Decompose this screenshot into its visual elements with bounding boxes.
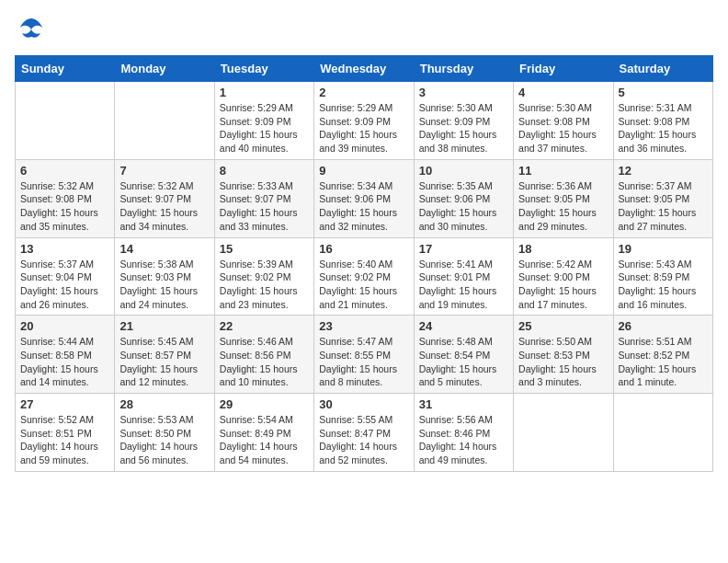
- calendar-cell: 6Sunrise: 5:32 AM Sunset: 9:08 PM Daylig…: [16, 159, 115, 237]
- day-number: 14: [119, 242, 209, 256]
- calendar-cell: 25Sunrise: 5:50 AM Sunset: 8:53 PM Dayli…: [514, 316, 613, 394]
- day-number: 2: [319, 86, 408, 99]
- day-number: 24: [419, 319, 508, 333]
- page-header: [15, 15, 713, 46]
- day-info: Sunrise: 5:44 AM Sunset: 8:58 PM Dayligh…: [20, 335, 109, 389]
- day-info: Sunrise: 5:32 AM Sunset: 9:07 PM Dayligh…: [119, 179, 209, 234]
- day-info: Sunrise: 5:40 AM Sunset: 9:02 PM Dayligh…: [319, 258, 408, 312]
- day-number: 7: [119, 164, 209, 178]
- day-number: 20: [20, 319, 109, 333]
- calendar-cell: 2Sunrise: 5:29 AM Sunset: 9:09 PM Daylig…: [314, 82, 414, 160]
- calendar-cell: 22Sunrise: 5:46 AM Sunset: 8:56 PM Dayli…: [214, 316, 313, 394]
- day-info: Sunrise: 5:51 AM Sunset: 8:52 PM Dayligh…: [619, 335, 708, 389]
- calendar-cell: 10Sunrise: 5:35 AM Sunset: 9:06 PM Dayli…: [414, 159, 513, 237]
- day-number: 16: [319, 242, 408, 256]
- day-number: 8: [220, 164, 309, 178]
- calendar-week-row: 1Sunrise: 5:29 AM Sunset: 9:09 PM Daylig…: [16, 82, 713, 160]
- day-number: 29: [220, 397, 309, 411]
- calendar-cell: 5Sunrise: 5:31 AM Sunset: 9:08 PM Daylig…: [613, 82, 712, 160]
- day-info: Sunrise: 5:41 AM Sunset: 9:01 PM Dayligh…: [419, 258, 508, 312]
- day-info: Sunrise: 5:55 AM Sunset: 8:47 PM Dayligh…: [319, 413, 408, 467]
- day-number: 4: [518, 86, 608, 99]
- day-info: Sunrise: 5:37 AM Sunset: 9:05 PM Dayligh…: [619, 179, 708, 234]
- calendar-cell: 1Sunrise: 5:29 AM Sunset: 9:09 PM Daylig…: [214, 82, 313, 160]
- day-number: 26: [619, 319, 708, 333]
- calendar-cell: 23Sunrise: 5:47 AM Sunset: 8:55 PM Dayli…: [314, 316, 414, 394]
- day-number: 1: [220, 86, 309, 99]
- calendar-cell: 8Sunrise: 5:33 AM Sunset: 9:07 PM Daylig…: [214, 159, 313, 237]
- calendar-cell: 21Sunrise: 5:45 AM Sunset: 8:57 PM Dayli…: [115, 316, 214, 394]
- calendar-cell: [115, 82, 214, 160]
- calendar-cell: 13Sunrise: 5:37 AM Sunset: 9:04 PM Dayli…: [16, 237, 115, 316]
- day-number: 3: [419, 86, 508, 99]
- calendar-cell: [613, 394, 712, 472]
- calendar-cell: 28Sunrise: 5:53 AM Sunset: 8:50 PM Dayli…: [115, 394, 214, 472]
- calendar-cell: 4Sunrise: 5:30 AM Sunset: 9:08 PM Daylig…: [514, 82, 613, 160]
- calendar-weekday-monday: Monday: [115, 56, 214, 82]
- logo: [15, 15, 44, 46]
- day-number: 17: [419, 242, 508, 256]
- day-number: 13: [20, 242, 109, 256]
- day-info: Sunrise: 5:38 AM Sunset: 9:03 PM Dayligh…: [119, 258, 209, 312]
- calendar-cell: 14Sunrise: 5:38 AM Sunset: 9:03 PM Dayli…: [115, 237, 214, 316]
- calendar-cell: 9Sunrise: 5:34 AM Sunset: 9:06 PM Daylig…: [314, 159, 414, 237]
- calendar-week-row: 6Sunrise: 5:32 AM Sunset: 9:08 PM Daylig…: [16, 159, 713, 237]
- calendar-cell: 20Sunrise: 5:44 AM Sunset: 8:58 PM Dayli…: [16, 316, 115, 394]
- day-number: 9: [319, 164, 408, 178]
- calendar-cell: 17Sunrise: 5:41 AM Sunset: 9:01 PM Dayli…: [414, 237, 513, 316]
- day-info: Sunrise: 5:47 AM Sunset: 8:55 PM Dayligh…: [319, 335, 408, 389]
- day-info: Sunrise: 5:35 AM Sunset: 9:06 PM Dayligh…: [419, 179, 508, 234]
- calendar-weekday-friday: Friday: [514, 56, 613, 82]
- day-info: Sunrise: 5:29 AM Sunset: 9:09 PM Dayligh…: [319, 101, 408, 155]
- calendar-cell: 12Sunrise: 5:37 AM Sunset: 9:05 PM Dayli…: [613, 159, 712, 237]
- calendar-cell: 19Sunrise: 5:43 AM Sunset: 8:59 PM Dayli…: [613, 237, 712, 316]
- calendar-week-row: 27Sunrise: 5:52 AM Sunset: 8:51 PM Dayli…: [16, 394, 713, 472]
- day-info: Sunrise: 5:45 AM Sunset: 8:57 PM Dayligh…: [119, 335, 209, 389]
- logo-bird-icon: [18, 15, 44, 46]
- day-number: 30: [319, 397, 408, 411]
- day-number: 27: [20, 397, 109, 411]
- calendar-weekday-thursday: Thursday: [414, 56, 513, 82]
- calendar-weekday-wednesday: Wednesday: [314, 56, 414, 82]
- calendar-weekday-saturday: Saturday: [613, 56, 712, 82]
- calendar-cell: 16Sunrise: 5:40 AM Sunset: 9:02 PM Dayli…: [314, 237, 414, 316]
- calendar-cell: 11Sunrise: 5:36 AM Sunset: 9:05 PM Dayli…: [514, 159, 613, 237]
- day-info: Sunrise: 5:46 AM Sunset: 8:56 PM Dayligh…: [220, 335, 309, 389]
- calendar-week-row: 13Sunrise: 5:37 AM Sunset: 9:04 PM Dayli…: [16, 237, 713, 316]
- day-number: 18: [518, 242, 608, 256]
- calendar-cell: 27Sunrise: 5:52 AM Sunset: 8:51 PM Dayli…: [16, 394, 115, 472]
- day-info: Sunrise: 5:33 AM Sunset: 9:07 PM Dayligh…: [220, 179, 309, 234]
- day-info: Sunrise: 5:52 AM Sunset: 8:51 PM Dayligh…: [20, 413, 109, 467]
- calendar-weekday-tuesday: Tuesday: [214, 56, 313, 82]
- day-number: 6: [20, 164, 109, 178]
- calendar-cell: 7Sunrise: 5:32 AM Sunset: 9:07 PM Daylig…: [115, 159, 214, 237]
- calendar-cell: 29Sunrise: 5:54 AM Sunset: 8:49 PM Dayli…: [214, 394, 313, 472]
- calendar-cell: 31Sunrise: 5:56 AM Sunset: 8:46 PM Dayli…: [414, 394, 513, 472]
- calendar-weekday-sunday: Sunday: [16, 56, 115, 82]
- day-info: Sunrise: 5:39 AM Sunset: 9:02 PM Dayligh…: [220, 258, 309, 312]
- calendar-cell: 24Sunrise: 5:48 AM Sunset: 8:54 PM Dayli…: [414, 316, 513, 394]
- day-info: Sunrise: 5:32 AM Sunset: 9:08 PM Dayligh…: [20, 179, 109, 234]
- day-number: 21: [119, 319, 209, 333]
- calendar-cell: [16, 82, 115, 160]
- calendar-header-row: SundayMondayTuesdayWednesdayThursdayFrid…: [16, 56, 713, 82]
- calendar-cell: 3Sunrise: 5:30 AM Sunset: 9:09 PM Daylig…: [414, 82, 513, 160]
- day-number: 23: [319, 319, 408, 333]
- day-number: 25: [518, 319, 608, 333]
- day-info: Sunrise: 5:48 AM Sunset: 8:54 PM Dayligh…: [419, 335, 508, 389]
- calendar-table: SundayMondayTuesdayWednesdayThursdayFrid…: [15, 55, 713, 472]
- day-number: 31: [419, 397, 508, 411]
- calendar-cell: 15Sunrise: 5:39 AM Sunset: 9:02 PM Dayli…: [214, 237, 313, 316]
- day-number: 19: [619, 242, 708, 256]
- day-info: Sunrise: 5:54 AM Sunset: 8:49 PM Dayligh…: [220, 413, 309, 467]
- day-number: 5: [619, 86, 708, 99]
- day-info: Sunrise: 5:43 AM Sunset: 8:59 PM Dayligh…: [619, 258, 708, 312]
- day-info: Sunrise: 5:30 AM Sunset: 9:08 PM Dayligh…: [518, 101, 608, 155]
- calendar-cell: 26Sunrise: 5:51 AM Sunset: 8:52 PM Dayli…: [613, 316, 712, 394]
- day-info: Sunrise: 5:29 AM Sunset: 9:09 PM Dayligh…: [220, 101, 309, 155]
- day-info: Sunrise: 5:50 AM Sunset: 8:53 PM Dayligh…: [518, 335, 608, 389]
- calendar-cell: [514, 394, 613, 472]
- day-number: 15: [220, 242, 309, 256]
- day-number: 12: [619, 164, 708, 178]
- day-info: Sunrise: 5:56 AM Sunset: 8:46 PM Dayligh…: [419, 413, 508, 467]
